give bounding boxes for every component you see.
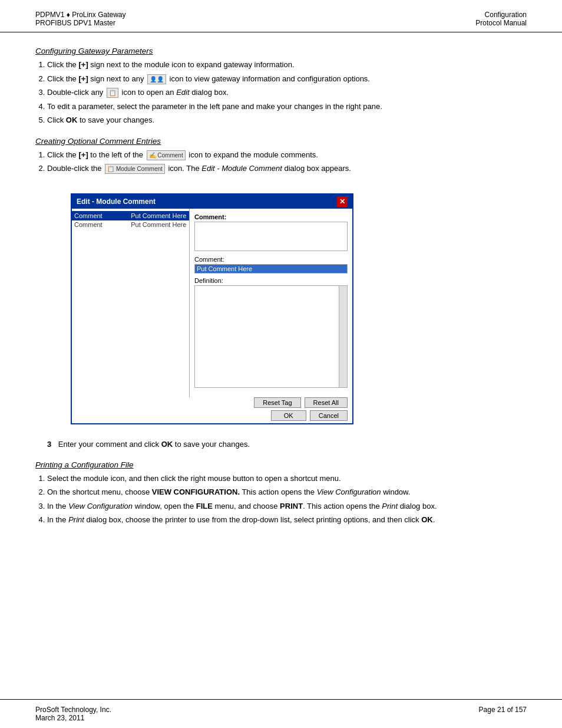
dialog-title: Edit - Module Comment <box>77 197 156 206</box>
comment-display-box <box>194 222 348 251</box>
section2-title: Creating Optional Comment Entries <box>35 137 527 146</box>
dialog-left-row: Comment Put Comment Here <box>72 220 189 229</box>
page-footer: ProSoft Technology, Inc. March 23, 2011 … <box>0 699 562 728</box>
footer-company: ProSoft Technology, Inc. <box>35 706 111 714</box>
definition-box[interactable] <box>194 285 348 388</box>
dialog-close-button[interactable]: ✕ <box>337 196 348 207</box>
main-content: Configuring Gateway Parameters Click the… <box>0 32 562 699</box>
header-model: PROFIBUS DPV1 Master <box>35 19 126 27</box>
step-1-1: Click the [+] sign next to the module ic… <box>47 59 527 71</box>
step-1-5: Click OK to save your changes. <box>47 114 527 126</box>
dialog-left-pane: Comment Put Comment Here Comment Put Com… <box>72 209 190 397</box>
left-row-comment: Comment <box>74 221 131 228</box>
edit-module-label: Edit - Module Comment <box>201 164 282 173</box>
step2-plus: [+] <box>78 74 88 83</box>
left-col2-header: Put Comment Here <box>131 212 187 219</box>
header-right: Configuration Protocol Manual <box>475 11 527 27</box>
section2-steps: Click the [+] to the left of the ✍ Comme… <box>47 149 527 174</box>
ok-button[interactable]: OK <box>271 410 306 421</box>
step-3-4: In the Print dialog box, choose the prin… <box>47 514 527 526</box>
view-config-em2: View Configuration <box>68 502 133 510</box>
dialog-buttons-row1: Reset Tag Reset All <box>72 397 352 410</box>
section1-steps: Click the [+] sign next to the module ic… <box>47 59 527 126</box>
header-doc-type: Configuration <box>475 11 527 19</box>
left-col1-header: Comment <box>74 212 131 219</box>
header-doc-name: Protocol Manual <box>475 19 527 27</box>
view-config-label: VIEW CONFIGURATION. <box>152 487 240 496</box>
left-row-value: Put Comment Here <box>131 221 187 228</box>
step-2-1: Click the [+] to the left of the ✍ Comme… <box>47 149 527 161</box>
step-3-3: In the View Configuration window, open t… <box>47 500 527 512</box>
comment-display-label: Comment: <box>194 213 348 220</box>
section1-title: Configuring Gateway Parameters <box>35 47 527 55</box>
definition-scrollbar[interactable] <box>339 286 347 387</box>
footer-page: Page 21 of 157 <box>479 706 527 722</box>
ok-label-1: OK <box>66 116 78 124</box>
edit-label: Edit <box>176 88 189 97</box>
section-comments: Creating Optional Comment Entries Click … <box>35 137 527 449</box>
dialog-titlebar: Edit - Module Comment ✕ <box>72 195 352 209</box>
step-3-1: Select the module icon, and then click t… <box>47 473 527 485</box>
step-1-3: Double-click any 📋 icon to open an Edit … <box>47 87 527 98</box>
comment-icon: ✍ Comment <box>147 150 186 160</box>
section-printing: Printing a Configuration File Select the… <box>35 460 527 526</box>
dialog-body: Comment Put Comment Here Comment Put Com… <box>72 209 352 397</box>
print-em: Print <box>382 502 398 510</box>
file-menu-label: FILE <box>196 502 213 510</box>
step-3-2: On the shortcut menu, choose VIEW CONFIG… <box>47 486 527 498</box>
footer-date: March 23, 2011 <box>35 714 111 722</box>
reset-tag-button[interactable]: Reset Tag <box>254 397 300 408</box>
ok-label-3: OK <box>421 515 433 524</box>
edit-module-comment-dialog[interactable]: Edit - Module Comment ✕ Comment Put Comm… <box>71 193 353 424</box>
step-2-3-text: 3 Enter your comment and click OK to sav… <box>47 440 527 449</box>
definition-label: Definition: <box>194 277 348 284</box>
print-em2: Print <box>68 515 84 524</box>
ok-label-2: OK <box>161 440 173 449</box>
header-left: PDPMV1 ♦ ProLinx Gateway PROFIBUS DPV1 M… <box>35 11 126 27</box>
group-icon: 👤👤 <box>147 74 166 84</box>
view-config-em: View Configuration <box>317 487 381 496</box>
section-configuring: Configuring Gateway Parameters Click the… <box>35 47 527 126</box>
step1-plus: [+] <box>78 60 88 69</box>
dialog-right-pane: Comment: Comment: Put Comment Here Defin… <box>190 209 352 397</box>
comment-field-value[interactable]: Put Comment Here <box>194 264 348 274</box>
page: PDPMV1 ♦ ProLinx Gateway PROFIBUS DPV1 M… <box>0 0 562 728</box>
step-1-4: To edit a parameter, select the paramete… <box>47 101 527 113</box>
comment-field-label: Comment: <box>194 256 348 263</box>
step-2-2: Double-click the 📋 Module Comment icon. … <box>47 163 527 174</box>
step2-3-number: 3 <box>47 440 51 449</box>
edit-icon: 📋 <box>107 88 118 98</box>
print-label: PRINT <box>280 502 303 510</box>
step2-1-plus: [+] <box>78 150 88 159</box>
step-1-2: Click the [+] sign next to any 👤👤 icon t… <box>47 73 527 85</box>
reset-all-button[interactable]: Reset All <box>305 397 348 408</box>
header-product: PDPMV1 ♦ ProLinx Gateway <box>35 11 126 19</box>
footer-left: ProSoft Technology, Inc. March 23, 2011 <box>35 706 111 722</box>
dialog-buttons-row2: OK Cancel <box>72 410 352 423</box>
dialog-left-header: Comment Put Comment Here <box>72 211 189 220</box>
dialog-wrapper: Edit - Module Comment ✕ Comment Put Comm… <box>71 193 353 424</box>
section3-steps: Select the module icon, and then click t… <box>47 473 527 526</box>
module-comment-icon: 📋 Module Comment <box>105 164 165 174</box>
page-header: PDPMV1 ♦ ProLinx Gateway PROFIBUS DPV1 M… <box>0 0 562 32</box>
cancel-button[interactable]: Cancel <box>310 410 348 421</box>
section3-title: Printing a Configuration File <box>35 460 527 469</box>
